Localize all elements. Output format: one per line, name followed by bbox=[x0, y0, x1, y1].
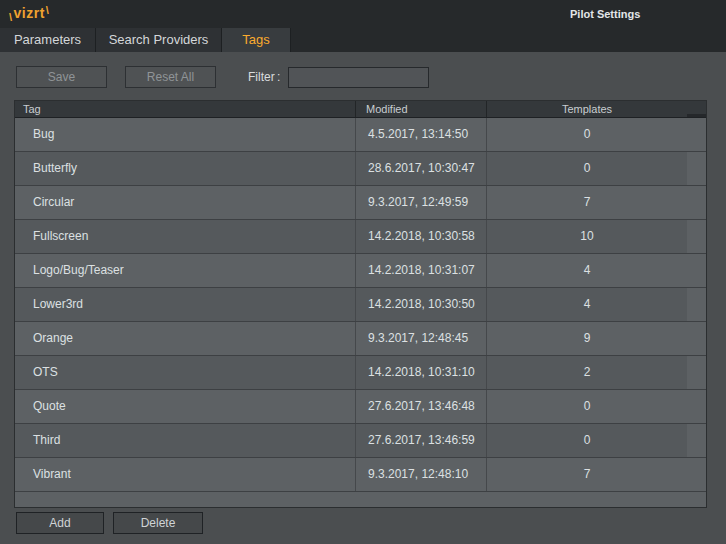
tab-bar: Parameters Search Providers Tags bbox=[0, 28, 726, 52]
table-row[interactable]: Fullscreen 14.2.2018, 10:30:58 10 bbox=[15, 220, 706, 254]
cell-modified: 27.6.2017, 13:46:48 bbox=[356, 390, 487, 423]
table-row-gutter bbox=[687, 322, 706, 355]
save-button[interactable]: Save bbox=[16, 66, 107, 88]
cell-templates: 0 bbox=[487, 152, 687, 185]
table-row[interactable]: Quote 27.6.2017, 13:46:48 0 bbox=[15, 390, 706, 424]
table-row-cells: Butterfly 28.6.2017, 10:30:47 0 bbox=[15, 152, 687, 185]
column-header-modified[interactable]: Modified bbox=[356, 101, 487, 117]
table-row-gutter bbox=[687, 118, 706, 151]
tab-search-providers[interactable]: Search Providers bbox=[96, 28, 222, 52]
table-header-gutter bbox=[687, 101, 706, 117]
table-header-row: Tag Modified Templates bbox=[15, 101, 706, 118]
table-row[interactable]: Lower3rd 14.2.2018, 10:30:50 4 bbox=[15, 288, 706, 322]
cell-tag: OTS bbox=[15, 356, 356, 389]
tab-parameters[interactable]: Parameters bbox=[0, 28, 96, 52]
column-header-tag[interactable]: Tag bbox=[15, 101, 356, 117]
table-row-cells: Bug 4.5.2017, 13:14:50 0 bbox=[15, 118, 687, 151]
cell-templates: 2 bbox=[487, 356, 687, 389]
filter-colon: : bbox=[277, 70, 280, 84]
vizrt-logo: \vizrt\ bbox=[9, 5, 49, 21]
cell-tag: Quote bbox=[15, 390, 356, 423]
cell-modified: 28.6.2017, 10:30:47 bbox=[356, 152, 487, 185]
cell-templates: 4 bbox=[487, 288, 687, 321]
table-row[interactable]: Circular 9.3.2017, 12:49:59 7 bbox=[15, 186, 706, 220]
cell-tag: Logo/Bug/Teaser bbox=[15, 254, 356, 287]
table-row-gutter bbox=[687, 390, 706, 423]
table-row[interactable]: Third 27.6.2017, 13:46:59 0 bbox=[15, 424, 706, 458]
table-row-cells: Vibrant 9.3.2017, 12:48:10 7 bbox=[15, 458, 687, 491]
reset-all-button[interactable]: Reset All bbox=[125, 66, 216, 88]
table-row-cells: Orange 9.3.2017, 12:48:45 9 bbox=[15, 322, 687, 355]
cell-templates: 4 bbox=[487, 254, 687, 287]
cell-modified: 14.2.2018, 10:31:10 bbox=[356, 356, 487, 389]
delete-button[interactable]: Delete bbox=[113, 512, 203, 534]
column-header-templates[interactable]: Templates bbox=[487, 101, 687, 117]
table-row-gutter bbox=[687, 458, 706, 491]
table-row-gutter bbox=[687, 288, 706, 321]
table-row[interactable]: OTS 14.2.2018, 10:31:10 2 bbox=[15, 356, 706, 390]
cell-modified: 27.6.2017, 13:46:59 bbox=[356, 424, 487, 457]
table-row-gutter bbox=[687, 186, 706, 219]
logo-right-slash: \ bbox=[46, 4, 50, 16]
cell-templates: 0 bbox=[487, 424, 687, 457]
tags-table: Tag Modified Templates Bug 4.5.2017, 13:… bbox=[14, 100, 707, 508]
cell-modified: 9.3.2017, 12:48:45 bbox=[356, 322, 487, 355]
table-row[interactable]: Orange 9.3.2017, 12:48:45 9 bbox=[15, 322, 706, 356]
table-row[interactable]: Vibrant 9.3.2017, 12:48:10 7 bbox=[15, 458, 706, 492]
table-row[interactable]: Bug 4.5.2017, 13:14:50 0 bbox=[15, 118, 706, 152]
cell-modified: 9.3.2017, 12:48:10 bbox=[356, 458, 487, 491]
table-row-gutter bbox=[687, 152, 706, 185]
cell-modified: 14.2.2018, 10:30:58 bbox=[356, 220, 487, 253]
cell-tag: Orange bbox=[15, 322, 356, 355]
cell-tag: Butterfly bbox=[15, 152, 356, 185]
tab-tags[interactable]: Tags bbox=[222, 28, 291, 52]
cell-templates: 0 bbox=[487, 390, 687, 423]
top-bar: \vizrt\ Pilot Settings bbox=[0, 0, 726, 28]
table-row-cells: Lower3rd 14.2.2018, 10:30:50 4 bbox=[15, 288, 687, 321]
logo-text: vizrt bbox=[14, 5, 45, 21]
cell-tag: Circular bbox=[15, 186, 356, 219]
cell-tag: Fullscreen bbox=[15, 220, 356, 253]
page-title: Pilot Settings bbox=[570, 8, 640, 20]
cell-templates: 10 bbox=[487, 220, 687, 253]
cell-templates: 0 bbox=[487, 118, 687, 151]
table-row-cells: Logo/Bug/Teaser 14.2.2018, 10:31:07 4 bbox=[15, 254, 687, 287]
add-button[interactable]: Add bbox=[16, 512, 104, 534]
table-row-gutter bbox=[687, 220, 706, 253]
table-row-gutter bbox=[687, 424, 706, 457]
cell-tag: Third bbox=[15, 424, 356, 457]
cell-templates: 7 bbox=[487, 458, 687, 491]
filter-label: Filter bbox=[248, 70, 275, 84]
cell-templates: 9 bbox=[487, 322, 687, 355]
table-row-gutter bbox=[687, 356, 706, 389]
logo-left-slash: \ bbox=[9, 11, 13, 23]
cell-modified: 4.5.2017, 13:14:50 bbox=[356, 118, 487, 151]
cell-tag: Bug bbox=[15, 118, 356, 151]
table-row-cells: Fullscreen 14.2.2018, 10:30:58 10 bbox=[15, 220, 687, 253]
table-row-cells: OTS 14.2.2018, 10:31:10 2 bbox=[15, 356, 687, 389]
filter-input[interactable] bbox=[288, 67, 429, 88]
tag-table-body: Bug 4.5.2017, 13:14:50 0 Butterfly 28.6.… bbox=[15, 118, 706, 492]
cell-tag: Lower3rd bbox=[15, 288, 356, 321]
table-row-cells: Third 27.6.2017, 13:46:59 0 bbox=[15, 424, 687, 457]
table-row[interactable]: Logo/Bug/Teaser 14.2.2018, 10:31:07 4 bbox=[15, 254, 706, 288]
cell-modified: 9.3.2017, 12:49:59 bbox=[356, 186, 487, 219]
cell-modified: 14.2.2018, 10:30:50 bbox=[356, 288, 487, 321]
table-row-cells: Quote 27.6.2017, 13:46:48 0 bbox=[15, 390, 687, 423]
table-row[interactable]: Butterfly 28.6.2017, 10:30:47 0 bbox=[15, 152, 706, 186]
table-row-cells: Circular 9.3.2017, 12:49:59 7 bbox=[15, 186, 687, 219]
cell-modified: 14.2.2018, 10:31:07 bbox=[356, 254, 487, 287]
pilot-settings-window: \vizrt\ Pilot Settings Parameters Search… bbox=[0, 0, 726, 544]
table-row-gutter bbox=[687, 254, 706, 287]
cell-templates: 7 bbox=[487, 186, 687, 219]
cell-tag: Vibrant bbox=[15, 458, 356, 491]
